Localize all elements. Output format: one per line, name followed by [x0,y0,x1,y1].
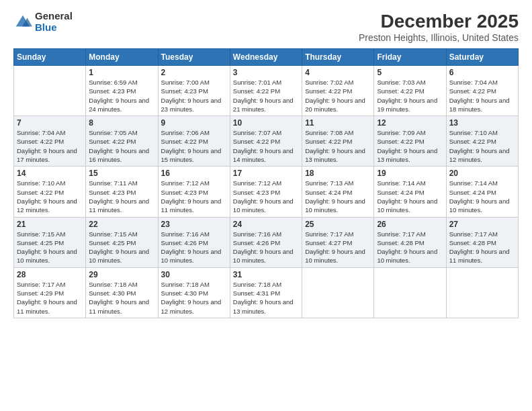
day-info: Sunrise: 7:06 AMSunset: 4:22 PMDaylight:… [161,128,227,164]
calendar-week-row: 28Sunrise: 7:17 AMSunset: 4:29 PMDayligh… [14,267,519,318]
day-info: Sunrise: 7:12 AMSunset: 4:23 PMDaylight:… [161,179,227,214]
col-saturday: Saturday [446,49,518,66]
table-row: 21Sunrise: 7:15 AMSunset: 4:25 PMDayligh… [14,217,86,267]
calendar-header-row: Sunday Monday Tuesday Wednesday Thursday… [14,49,519,66]
day-number: 14 [17,169,83,178]
day-info: Sunrise: 7:18 AMSunset: 4:31 PMDaylight:… [233,280,299,316]
title-block: December 2025 Preston Heights, Illinois,… [359,11,519,43]
logo-text: General Blue [35,11,73,33]
day-number: 20 [449,169,515,178]
day-info: Sunrise: 7:17 AMSunset: 4:28 PMDaylight:… [449,230,515,265]
day-info: Sunrise: 7:13 AMSunset: 4:24 PMDaylight:… [305,179,371,214]
location: Preston Heights, Illinois, United States [359,32,519,43]
day-number: 13 [449,118,515,128]
logo-blue-text: Blue [35,22,73,34]
day-info: Sunrise: 7:03 AMSunset: 4:22 PMDaylight:… [377,78,443,113]
day-number: 3 [233,68,299,77]
table-row: 25Sunrise: 7:17 AMSunset: 4:27 PMDayligh… [302,217,374,267]
day-number: 11 [305,118,371,128]
day-info: Sunrise: 7:02 AMSunset: 4:22 PMDaylight:… [305,78,371,113]
day-info: Sunrise: 7:01 AMSunset: 4:22 PMDaylight:… [233,78,299,113]
day-number: 17 [233,169,299,178]
table-row: 6Sunrise: 7:04 AMSunset: 4:22 PMDaylight… [446,66,518,116]
day-info: Sunrise: 7:05 AMSunset: 4:22 PMDaylight:… [89,128,154,164]
table-row: 15Sunrise: 7:11 AMSunset: 4:23 PMDayligh… [86,167,158,217]
day-info: Sunrise: 7:18 AMSunset: 4:30 PMDaylight:… [89,280,154,316]
calendar-week-row: 14Sunrise: 7:10 AMSunset: 4:22 PMDayligh… [14,167,519,217]
table-row: 5Sunrise: 7:03 AMSunset: 4:22 PMDaylight… [374,66,446,116]
table-row: 19Sunrise: 7:14 AMSunset: 4:24 PMDayligh… [374,167,446,217]
table-row: 22Sunrise: 7:15 AMSunset: 4:25 PMDayligh… [86,217,158,267]
table-row: 14Sunrise: 7:10 AMSunset: 4:22 PMDayligh… [14,167,86,217]
day-info: Sunrise: 7:16 AMSunset: 4:26 PMDaylight:… [161,230,227,265]
month-title: December 2025 [359,11,519,32]
day-number: 16 [161,169,227,178]
table-row: 4Sunrise: 7:02 AMSunset: 4:22 PMDaylight… [302,66,374,116]
logo-general-text: General [35,11,73,22]
day-number: 8 [89,118,154,128]
table-row: 13Sunrise: 7:10 AMSunset: 4:22 PMDayligh… [446,116,518,167]
col-friday: Friday [374,49,446,66]
calendar-week-row: 1Sunrise: 6:59 AMSunset: 4:23 PMDaylight… [14,66,519,116]
table-row: 1Sunrise: 6:59 AMSunset: 4:23 PMDaylight… [86,66,158,116]
day-info: Sunrise: 7:10 AMSunset: 4:22 PMDaylight:… [449,128,515,164]
day-info: Sunrise: 7:07 AMSunset: 4:22 PMDaylight:… [233,128,299,164]
day-number: 30 [161,270,227,279]
table-row: 27Sunrise: 7:17 AMSunset: 4:28 PMDayligh… [446,217,518,267]
table-row: 23Sunrise: 7:16 AMSunset: 4:26 PMDayligh… [158,217,230,267]
day-number: 7 [17,118,83,128]
table-row: 12Sunrise: 7:09 AMSunset: 4:22 PMDayligh… [374,116,446,167]
day-number: 6 [449,68,515,77]
day-info: Sunrise: 7:17 AMSunset: 4:27 PMDaylight:… [305,230,371,265]
day-info: Sunrise: 7:18 AMSunset: 4:30 PMDaylight:… [161,280,227,316]
day-number: 25 [305,220,371,229]
table-row: 26Sunrise: 7:17 AMSunset: 4:28 PMDayligh… [374,217,446,267]
day-number: 9 [161,118,227,128]
day-info: Sunrise: 7:15 AMSunset: 4:25 PMDaylight:… [17,230,83,265]
calendar-table: Sunday Monday Tuesday Wednesday Thursday… [13,48,519,318]
table-row: 28Sunrise: 7:17 AMSunset: 4:29 PMDayligh… [14,267,86,318]
table-row: 8Sunrise: 7:05 AMSunset: 4:22 PMDaylight… [86,116,158,167]
table-row: 10Sunrise: 7:07 AMSunset: 4:22 PMDayligh… [230,116,302,167]
table-row [446,267,518,318]
day-number: 27 [449,220,515,229]
table-row: 20Sunrise: 7:14 AMSunset: 4:24 PMDayligh… [446,167,518,217]
day-number: 10 [233,118,299,128]
col-thursday: Thursday [302,49,374,66]
table-row: 3Sunrise: 7:01 AMSunset: 4:22 PMDaylight… [230,66,302,116]
day-number: 19 [377,169,443,178]
day-info: Sunrise: 7:04 AMSunset: 4:22 PMDaylight:… [17,128,83,164]
table-row: 31Sunrise: 7:18 AMSunset: 4:31 PMDayligh… [230,267,302,318]
day-info: Sunrise: 7:16 AMSunset: 4:26 PMDaylight:… [233,230,299,265]
col-sunday: Sunday [14,49,86,66]
day-info: Sunrise: 7:10 AMSunset: 4:22 PMDaylight:… [17,179,83,214]
table-row: 9Sunrise: 7:06 AMSunset: 4:22 PMDaylight… [158,116,230,167]
logo: General Blue [13,11,73,33]
day-number: 1 [89,68,154,77]
day-number: 15 [89,169,154,178]
day-info: Sunrise: 7:17 AMSunset: 4:29 PMDaylight:… [17,280,83,316]
table-row [302,267,374,318]
day-info: Sunrise: 7:14 AMSunset: 4:24 PMDaylight:… [377,179,443,214]
table-row: 17Sunrise: 7:12 AMSunset: 4:23 PMDayligh… [230,167,302,217]
day-number: 4 [305,68,371,77]
day-info: Sunrise: 7:04 AMSunset: 4:22 PMDaylight:… [449,78,515,113]
table-row: 29Sunrise: 7:18 AMSunset: 4:30 PMDayligh… [86,267,158,318]
table-row [374,267,446,318]
table-row: 16Sunrise: 7:12 AMSunset: 4:23 PMDayligh… [158,167,230,217]
logo-icon [13,13,32,32]
day-info: Sunrise: 6:59 AMSunset: 4:23 PMDaylight:… [89,78,154,113]
day-number: 31 [233,270,299,279]
table-row: 30Sunrise: 7:18 AMSunset: 4:30 PMDayligh… [158,267,230,318]
table-row: 18Sunrise: 7:13 AMSunset: 4:24 PMDayligh… [302,167,374,217]
page: General Blue December 2025 Preston Heigh… [0,0,532,411]
day-number: 21 [17,220,83,229]
table-row [14,66,86,116]
day-info: Sunrise: 7:12 AMSunset: 4:23 PMDaylight:… [233,179,299,214]
day-info: Sunrise: 7:14 AMSunset: 4:24 PMDaylight:… [449,179,515,214]
day-info: Sunrise: 7:00 AMSunset: 4:23 PMDaylight:… [161,78,227,113]
table-row: 24Sunrise: 7:16 AMSunset: 4:26 PMDayligh… [230,217,302,267]
day-number: 5 [377,68,443,77]
calendar-week-row: 7Sunrise: 7:04 AMSunset: 4:22 PMDaylight… [14,116,519,167]
day-number: 28 [17,270,83,279]
